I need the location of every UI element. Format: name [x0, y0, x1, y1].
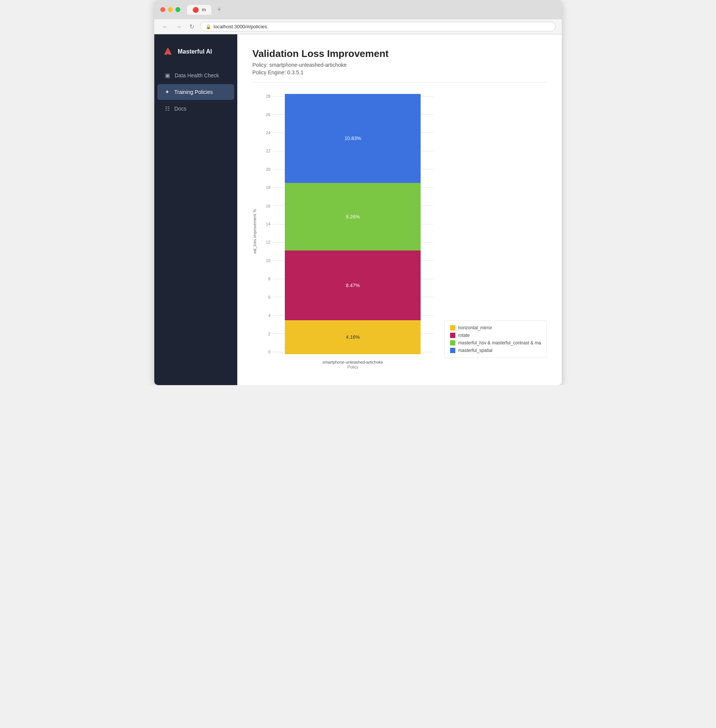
section-divider: [252, 82, 547, 83]
y-tick-20: 20: [262, 167, 270, 172]
y-tick-4: 4: [262, 313, 270, 318]
legend-label-horizontal-mirror: horizontal_mirror: [458, 325, 492, 330]
sidebar-item-data-health-check[interactable]: ▣ Data Health Check: [157, 68, 234, 83]
x-axis: smartphone-unleashed-artichoke Policy: [273, 360, 433, 369]
bar-rotate: 8.47%: [285, 250, 421, 320]
x-axis-policy-name: smartphone-unleashed-artichoke: [273, 360, 433, 364]
browser-addressbar: ← → ↻ 🔒 localhost:3000/#/policies: [154, 19, 562, 34]
legend-label-masterful-hsv: masterful_hsv & masterful_contrast & ma: [458, 340, 541, 346]
sidebar-nav: ▣ Data Health Check ✦ Training Policies …: [154, 68, 237, 117]
sidebar-item-label: Docs: [174, 106, 186, 112]
browser-titlebar: 🔴 m +: [154, 0, 562, 19]
engine-meta: Policy Engine: 0.3.5.1: [252, 69, 547, 75]
main-content: Validation Loss Improvement Policy: smar…: [237, 34, 562, 385]
lock-icon: 🔒: [206, 24, 211, 29]
legend-item-rotate: rotate: [450, 333, 541, 338]
reload-button[interactable]: ↻: [187, 22, 196, 31]
y-axis-label-container: val_loss improvement %: [252, 94, 261, 369]
y-tick-28: 28: [262, 94, 270, 98]
url-text: localhost:3000/#/policies: [214, 24, 267, 29]
legend-color-rotate: [450, 333, 455, 338]
bar-masterful-hsv: 8.26%: [285, 183, 421, 251]
chart-legend: horizontal_mirror rotate masterful_hsv &…: [444, 320, 547, 358]
y-tick-6: 6: [262, 295, 270, 299]
maximize-button[interactable]: [175, 7, 180, 12]
logo-icon: [162, 46, 174, 58]
close-button[interactable]: [160, 7, 165, 12]
data-health-check-icon: ▣: [165, 72, 170, 79]
browser-tab[interactable]: 🔴 m: [187, 5, 211, 15]
legend-item-masterful-hsv: masterful_hsv & masterful_contrast & ma: [450, 340, 541, 346]
y-axis-label: val_loss improvement %: [252, 209, 257, 254]
docs-icon: ☷: [165, 105, 170, 112]
legend-item-masterful-spatial: masterful_spatial: [450, 348, 541, 353]
chart-plot-area: 0 2 4 6: [262, 94, 433, 369]
bars-container: 10.83% 8.26% 8.47%: [273, 94, 433, 354]
tab-label: m: [202, 7, 206, 12]
page-title: Validation Loss Improvement: [252, 48, 547, 60]
y-tick-16: 16: [262, 204, 270, 208]
stacked-bar: 10.83% 8.26% 8.47%: [285, 94, 421, 354]
traffic-lights: [160, 7, 180, 12]
legend-color-masterful-spatial: [450, 348, 455, 353]
legend-item-horizontal-mirror: horizontal_mirror: [450, 325, 541, 330]
training-policies-icon: ✦: [165, 89, 170, 95]
legend-label-masterful-spatial: masterful_spatial: [458, 348, 493, 353]
legend-color-horizontal-mirror: [450, 325, 455, 330]
tab-favicon: 🔴: [192, 7, 199, 13]
chart-legend-container: val_loss improvement % 0 2: [252, 94, 547, 369]
y-tick-0: 0: [262, 350, 270, 354]
sidebar-item-docs[interactable]: ☷ Docs: [157, 101, 234, 117]
minimize-button[interactable]: [168, 7, 173, 12]
bar-masterful-spatial: 10.83%: [285, 94, 421, 183]
bar-label-rotate: 8.47%: [346, 283, 360, 288]
app-container: Masterful AI ▣ Data Health Check ✦ Train…: [154, 34, 562, 385]
y-tick-22: 22: [262, 149, 270, 153]
legend-label-rotate: rotate: [458, 333, 470, 338]
forward-button[interactable]: →: [174, 23, 184, 31]
bar-label-masterful-hsv: 8.26%: [346, 214, 360, 220]
y-tick-26: 26: [262, 112, 270, 117]
bar-label-masterful-spatial: 10.83%: [344, 135, 361, 141]
logo-text: Masterful AI: [178, 48, 212, 55]
bar-horizontal-mirror: 4.16%: [285, 320, 421, 354]
back-button[interactable]: ←: [160, 23, 170, 31]
bar-label-horizontal-mirror: 4.16%: [346, 334, 360, 340]
tab-bar: 🔴 m +: [187, 4, 556, 15]
y-tick-2: 2: [262, 332, 270, 336]
policy-meta: Policy: smartphone-unleashed-artichoke: [252, 62, 547, 68]
sidebar-item-training-policies[interactable]: ✦ Training Policies: [157, 84, 234, 100]
sidebar-item-label: Training Policies: [174, 89, 213, 95]
sidebar: Masterful AI ▣ Data Health Check ✦ Train…: [154, 34, 237, 385]
x-axis-label: Policy: [273, 365, 433, 369]
address-bar[interactable]: 🔒 localhost:3000/#/policies: [200, 22, 556, 31]
y-tick-8: 8: [262, 276, 270, 281]
new-tab-button[interactable]: +: [214, 4, 224, 15]
y-tick-14: 14: [262, 222, 270, 226]
y-tick-12: 12: [262, 240, 270, 244]
sidebar-logo: Masterful AI: [154, 42, 237, 67]
sidebar-item-label: Data Health Check: [175, 72, 219, 78]
y-tick-10: 10: [262, 258, 270, 263]
y-tick-24: 24: [262, 131, 270, 135]
y-tick-18: 18: [262, 185, 270, 190]
legend-color-masterful-hsv: [450, 340, 455, 346]
